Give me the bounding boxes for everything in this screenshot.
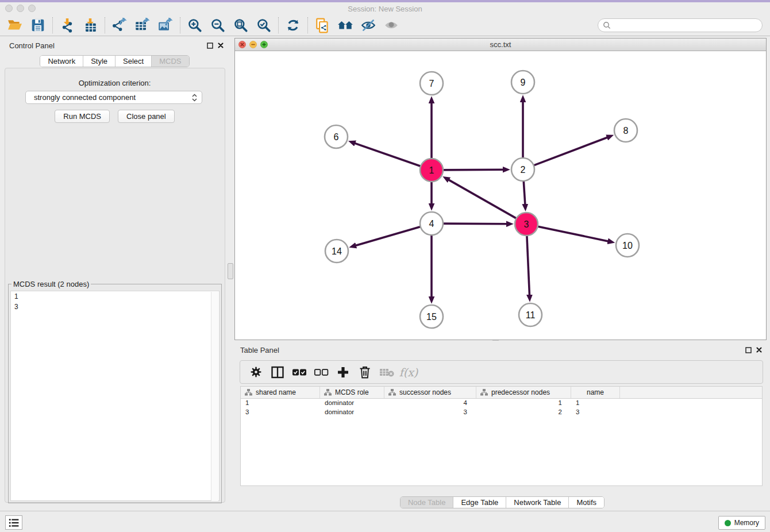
- mcds-result-list[interactable]: 13: [10, 291, 220, 501]
- close-panel-icon[interactable]: [218, 43, 224, 48]
- edge-3-11[interactable]: [527, 234, 530, 296]
- toolbar-separator: [105, 17, 105, 33]
- table-row[interactable]: 1dominator411: [241, 399, 762, 408]
- task-history-button[interactable]: [5, 515, 22, 530]
- network-canvas[interactable]: 7968124314101511: [235, 51, 766, 340]
- mcds-result-item[interactable]: 3: [11, 302, 219, 312]
- table-cell[interactable]: 2: [476, 408, 571, 417]
- export-image-button[interactable]: [154, 16, 177, 34]
- edge-1-6[interactable]: [354, 143, 422, 167]
- close-panel-button[interactable]: Close panel: [118, 110, 175, 123]
- close-table-panel-icon[interactable]: [756, 347, 762, 353]
- table-cell[interactable]: 3: [241, 408, 320, 417]
- close-view-icon[interactable]: [238, 41, 246, 48]
- save-session-icon: [30, 18, 45, 33]
- function-builder-icon: f(x): [399, 366, 418, 379]
- float-table-panel-icon[interactable]: [745, 347, 752, 353]
- column-type-icon: [324, 389, 332, 396]
- network-window-traffic-lights[interactable]: [238, 41, 268, 48]
- new-network-from-selection-button[interactable]: [311, 16, 334, 34]
- table-cell[interactable]: 1: [476, 399, 571, 408]
- add-column-icon: [337, 366, 349, 379]
- mcds-result-item[interactable]: 1: [11, 291, 219, 302]
- close-window-icon[interactable]: [5, 5, 13, 12]
- node-label-15: 15: [426, 312, 437, 322]
- tab-style[interactable]: Style: [83, 56, 115, 67]
- table-cell[interactable]: 3: [384, 408, 476, 417]
- criterion-dropdown[interactable]: strongly connected component: [25, 91, 202, 104]
- select-all-checkboxes-button[interactable]: [288, 363, 310, 381]
- minimize-window-icon[interactable]: [17, 5, 24, 12]
- delete-column-button[interactable]: [354, 363, 376, 381]
- network-window-titlebar[interactable]: scc.txt: [235, 38, 766, 51]
- first-neighbors-button[interactable]: [334, 16, 357, 34]
- scrollbar-track[interactable]: [211, 292, 218, 501]
- search-input[interactable]: [598, 18, 763, 32]
- edge-2-3[interactable]: [523, 180, 525, 205]
- window-traffic-lights[interactable]: [5, 5, 36, 12]
- table-cell[interactable]: dominator: [320, 408, 384, 417]
- column-header-name[interactable]: name: [571, 387, 620, 398]
- search-icon: [603, 21, 611, 29]
- window-titlebar: Session: New Session: [0, 2, 770, 15]
- export-network-button[interactable]: [108, 16, 131, 34]
- node-table[interactable]: shared nameMCDS rolesuccessor nodesprede…: [240, 386, 763, 486]
- table-cell[interactable]: 4: [384, 399, 476, 408]
- table-cell[interactable]: 3: [571, 408, 620, 417]
- zoom-window-icon[interactable]: [28, 5, 36, 12]
- table-header-row: shared nameMCDS rolesuccessor nodesprede…: [241, 387, 762, 399]
- export-table-button[interactable]: [131, 16, 154, 34]
- zoom-in-button[interactable]: [183, 16, 206, 34]
- column-header-shared-name[interactable]: shared name: [241, 387, 320, 398]
- edge-4-14[interactable]: [355, 226, 422, 246]
- edge-1-2[interactable]: [442, 169, 504, 170]
- tab-edge-table[interactable]: Edge Table: [453, 497, 506, 508]
- tab-network-table[interactable]: Network Table: [506, 497, 568, 508]
- vertical-splitter-handle[interactable]: [228, 263, 233, 279]
- table-cell[interactable]: 1: [571, 399, 620, 408]
- column-header-predecessor-nodes[interactable]: predecessor nodes: [476, 387, 571, 398]
- tab-mcds[interactable]: MCDS: [151, 56, 188, 67]
- deselect-all-checkboxes-button[interactable]: [310, 363, 332, 381]
- refresh-button[interactable]: [282, 16, 305, 34]
- table-settings-button[interactable]: [245, 363, 267, 381]
- import-table-button[interactable]: [79, 16, 102, 34]
- table-cell[interactable]: dominator: [320, 399, 384, 408]
- zoom-fit-button[interactable]: [229, 16, 252, 34]
- zoom-in-icon: [187, 18, 202, 33]
- export-table-icon: [134, 18, 151, 33]
- import-network-button[interactable]: [56, 16, 79, 34]
- tab-select[interactable]: Select: [115, 56, 151, 67]
- zoom-selected-button[interactable]: [252, 16, 275, 34]
- hide-selected-button[interactable]: [357, 16, 380, 34]
- column-header-successor-nodes[interactable]: successor nodes: [384, 387, 476, 398]
- toggle-panes-button[interactable]: [267, 363, 288, 381]
- show-all-button[interactable]: [380, 16, 403, 34]
- edge-2-8[interactable]: [533, 137, 608, 166]
- delete-table-button[interactable]: [376, 363, 398, 381]
- zoom-out-icon: [210, 18, 225, 33]
- column-header-MCDS-role[interactable]: MCDS role: [320, 387, 384, 398]
- function-builder-button[interactable]: f(x): [398, 363, 419, 381]
- run-mcds-button[interactable]: Run MCDS: [55, 110, 110, 123]
- tab-network[interactable]: Network: [40, 56, 83, 67]
- edge-3-10[interactable]: [537, 226, 609, 242]
- maximize-view-icon[interactable]: [260, 41, 268, 48]
- zoom-out-button[interactable]: [206, 16, 229, 34]
- toolbar-separator: [307, 17, 308, 33]
- table-cell[interactable]: 1: [241, 399, 320, 408]
- save-session-button[interactable]: [26, 16, 49, 34]
- edge-3-1[interactable]: [448, 179, 518, 219]
- minimize-view-icon[interactable]: [249, 41, 257, 48]
- node-label-8: 8: [623, 126, 629, 136]
- add-column-button[interactable]: [332, 363, 354, 381]
- control-panel-tabs: NetworkStyleSelectMCDS: [0, 55, 229, 67]
- memory-button[interactable]: Memory: [718, 516, 765, 530]
- open-session-button[interactable]: [3, 16, 26, 34]
- table-row[interactable]: 3dominator323: [241, 408, 762, 417]
- float-panel-icon[interactable]: [207, 43, 213, 49]
- node-label-14: 14: [332, 246, 342, 256]
- tab-node-table[interactable]: Node Table: [401, 497, 453, 508]
- tab-motifs[interactable]: Motifs: [568, 497, 604, 508]
- edge-4-3[interactable]: [442, 223, 507, 224]
